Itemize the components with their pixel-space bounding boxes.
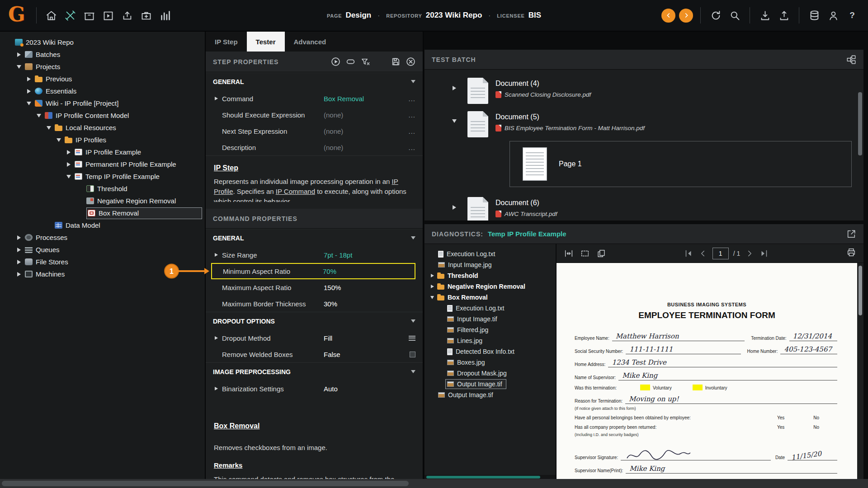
tree-item-ip-profile-example[interactable]: IP Profile Example [0,146,205,158]
expander-icon[interactable] [65,175,72,178]
page-thumbnail[interactable] [523,147,547,181]
ellipsis-button[interactable]: ... [404,144,415,151]
tree-item-previous[interactable]: Previous [0,73,205,85]
tree-item-machines[interactable]: Machines [0,268,205,280]
viewer-scrollbar[interactable] [859,266,862,315]
test-batch-document[interactable]: Document (6) AWC Transcript.pdf [425,192,863,221]
diag-folder-box-removal[interactable]: Box Removal [425,292,556,303]
expander-icon[interactable] [65,162,72,167]
diagnostics-profile-link[interactable]: Temp IP Profile Example [488,230,566,238]
expander-icon[interactable] [15,248,23,252]
section-general[interactable]: GENERAL [206,72,423,90]
tree-item-repo[interactable]: 2023 Wiki Repo [0,36,205,48]
horizontal-scrollbar[interactable] [0,479,868,488]
expander-icon[interactable] [15,260,23,264]
expander-icon[interactable] [215,253,222,257]
expander-icon[interactable] [429,274,435,277]
tree-item-ip-profiles[interactable]: IP Profiles [0,134,205,146]
diag-folder-negative-region-removal[interactable]: Negative Region Removal [425,281,556,292]
stats-chart-icon[interactable] [156,6,175,25]
back-button[interactable] [661,9,675,23]
expander-icon[interactable] [215,97,222,100]
tab-advanced[interactable]: Advanced [285,32,335,52]
execute-step-icon[interactable] [331,57,340,66]
diag-item-output-image[interactable]: Output Image.tif [425,389,556,400]
property-row-command[interactable]: Command Box Removal ... [206,90,423,107]
property-row-maximum-aspect-ratio[interactable]: Maximum Aspect Ratio 150% [206,279,423,296]
tree-item-negative-region-removal[interactable]: Negative Region Removal [0,195,205,207]
tree-item-threshold[interactable]: Threshold [0,183,205,195]
clear-filter-icon[interactable] [361,57,370,66]
property-row-binarization-settings[interactable]: Binarization Settings Auto [206,380,423,397]
page-value[interactable]: Design [346,11,372,20]
property-row-next-step[interactable]: Next Step Expression (none) ... [206,123,423,139]
help-icon[interactable]: ? [843,6,862,25]
expander-icon[interactable] [15,52,23,57]
checkbox-icon[interactable] [410,352,415,357]
expander-icon[interactable] [451,205,458,210]
expander-icon[interactable] [65,150,72,155]
expander-icon[interactable] [215,387,222,390]
diag-item-boxes[interactable]: Boxes.jpg [425,357,556,368]
expander-icon[interactable] [25,102,33,105]
case-plus-icon[interactable] [137,6,156,25]
search-icon[interactable] [725,6,744,25]
expander-icon[interactable] [451,119,458,123]
expander-icon[interactable] [15,235,23,240]
pill-toggle-icon[interactable] [346,57,355,66]
upload-icon[interactable] [774,6,793,25]
design-tools-icon[interactable] [61,6,80,25]
expander-icon[interactable] [429,296,435,299]
home-icon[interactable] [42,6,61,25]
close-icon[interactable] [406,57,415,66]
repository-value[interactable]: 2023 Wiki Repo [426,11,482,20]
copy-pages-icon[interactable] [596,249,606,258]
tree-item-processes[interactable]: Processes [0,231,205,244]
test-batch-document[interactable]: Document (5) BIS Employee Termination Fo… [425,107,863,140]
scrollbar-thumb[interactable] [426,476,540,479]
tree-item-queues[interactable]: Queues [0,244,205,256]
open-external-icon[interactable] [846,229,856,239]
ellipsis-button[interactable]: ... [404,127,415,135]
section-general-cmd[interactable]: GENERAL [206,229,423,247]
ellipsis-button[interactable]: ... [404,95,415,103]
selected-node-box[interactable]: Output Image.tif [445,379,506,389]
tree-item-local-resources[interactable]: Local Resources [0,122,205,134]
property-row-maximum-border-thickness[interactable]: Maximum Border Thickness 30% [206,296,423,312]
property-row-minimum-aspect-ratio[interactable]: 1 Minimum Aspect Ratio 70% [211,263,415,279]
test-batch-document[interactable]: Document (4) Scanned Closing Disclosure.… [425,73,863,107]
vertical-scrollbar[interactable] [858,92,862,155]
tree-item-file-stores[interactable]: File Stores [0,256,205,268]
tree-item-essentials[interactable]: Essentials [0,85,205,97]
horizontal-scrollbar[interactable] [425,475,556,479]
licensee-value[interactable]: BIS [528,11,541,20]
tree-item-temp-ip-profile[interactable]: Temp IP Profile Example [0,170,205,183]
tree-item-content-model[interactable]: IP Profile Content Model [0,109,205,122]
diag-item-execution-log[interactable]: Execution Log.txt [425,249,556,259]
tree-item-wiki-project[interactable]: Wiki - IP Profile [Project] [0,97,205,109]
expander-icon[interactable] [55,138,62,142]
diag-item-lines[interactable]: Lines.jpg [425,335,556,346]
batch-play-icon[interactable] [99,6,118,25]
tree-item-batches[interactable]: Batches [0,48,205,61]
diag-item-output-image-selected[interactable]: Output Image.tif [425,379,556,389]
archive-box-icon[interactable] [80,6,99,25]
expander-icon[interactable] [25,77,33,81]
select-region-icon[interactable] [580,249,590,258]
section-dropout-options[interactable]: DROPOUT OPTIONS [206,312,423,330]
expander-icon[interactable] [429,285,435,288]
property-row-size-range[interactable]: Size Range 7pt - 18pt [206,247,423,263]
print-icon[interactable] [846,248,856,258]
ellipsis-button[interactable]: ... [404,111,415,119]
diag-item-input-image[interactable]: Input Image.jpg [425,259,556,270]
forward-button[interactable] [679,9,693,23]
upload-box-icon[interactable] [118,6,137,25]
download-icon[interactable] [755,6,774,25]
menu-icon[interactable] [409,336,415,341]
tree-item-permanent-ip-profile[interactable]: Permanent IP Profile Example [0,158,205,170]
tab-tester[interactable]: Tester [247,32,285,52]
diag-folder-threshold[interactable]: Threshold [425,270,556,281]
expander-icon[interactable] [25,89,33,94]
tab-ip-step[interactable]: IP Step [206,32,247,52]
scrollbar-thumb[interactable] [2,481,409,486]
